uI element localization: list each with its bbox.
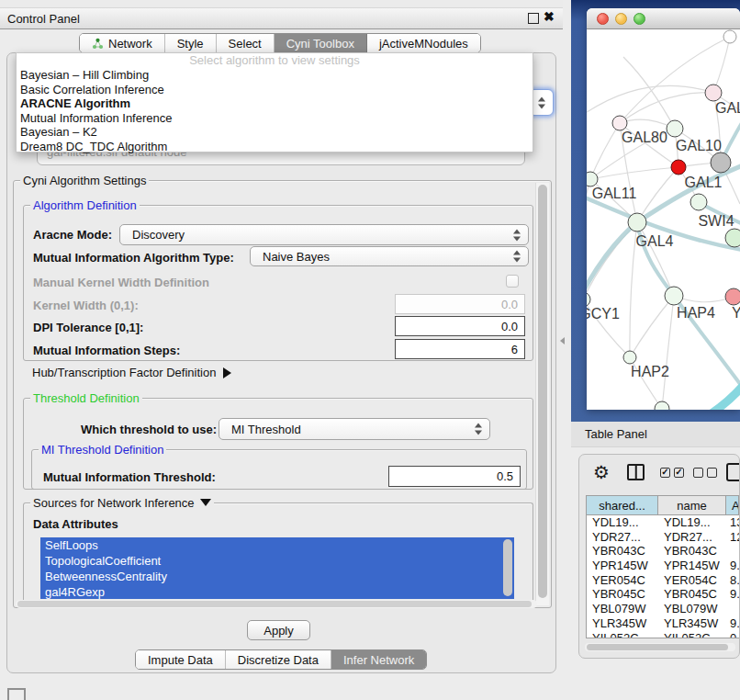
dpi-tolerance-field[interactable]: 0.0 xyxy=(395,316,525,336)
network-canvas[interactable]: GALGAL80GAL10GAL1GAL11SWI4GAL4GCY1HAP4YH… xyxy=(587,29,740,410)
minimized-panel-icon[interactable] xyxy=(7,688,26,700)
panel-title: Control Panel xyxy=(7,12,80,26)
tab-network[interactable]: Network xyxy=(80,34,165,52)
table-row[interactable]: YLR345WYLR345W9. xyxy=(587,616,739,631)
network-icon xyxy=(92,38,104,50)
table-row[interactable]: YDR27...YDR27...12 xyxy=(587,530,739,545)
tab-label: jActiveMNodules xyxy=(379,37,468,51)
tab-label: Style xyxy=(177,37,204,51)
network-node[interactable] xyxy=(723,30,736,43)
network-node[interactable] xyxy=(665,287,683,305)
table-row[interactable]: YBR043CYBR043C xyxy=(587,544,739,559)
settings-horizontal-scrollbar[interactable] xyxy=(16,600,537,608)
manual-kernel-label: Manual Kernel Width Definition xyxy=(33,276,209,289)
table-horizontal-scrollbar[interactable] xyxy=(585,643,735,651)
scrollbar-thumb[interactable] xyxy=(587,644,728,650)
close-traffic-light-icon[interactable] xyxy=(597,13,609,25)
select-all-checkbox-icon[interactable]: ✓ xyxy=(674,468,684,478)
document-icon[interactable] xyxy=(726,463,740,481)
network-node[interactable] xyxy=(667,120,683,137)
which-threshold-label: Which threshold to use: xyxy=(81,423,217,436)
float-window-icon[interactable] xyxy=(528,13,539,24)
column-header-clipped[interactable]: A xyxy=(726,496,739,514)
deselect-all-checkbox-icon[interactable] xyxy=(707,468,717,478)
table-cell: YBR043C xyxy=(587,544,658,559)
gear-icon[interactable]: ⚙ xyxy=(593,461,610,483)
settings-vertical-scrollbar[interactable] xyxy=(535,183,549,605)
data-attributes-list[interactable]: SelfLoopsTopologicalCoefficientBetweenne… xyxy=(40,537,514,599)
network-node[interactable] xyxy=(711,152,731,173)
network-node[interactable] xyxy=(725,229,740,247)
algorithm-dropdown-list: Bayesian – Hill ClimbingBasic Correlatio… xyxy=(17,68,533,153)
network-node[interactable] xyxy=(690,194,707,210)
table-cell: YLR345W xyxy=(587,616,658,631)
network-node-label: SWI4 xyxy=(698,213,734,229)
dpi-tolerance-label: DPI Tolerance [0,1]: xyxy=(33,321,143,334)
column-header-name[interactable]: name xyxy=(658,496,726,514)
algorithm-option[interactable]: ARACNE Algorithm xyxy=(17,96,533,111)
algorithm-option[interactable]: Mutual Information Inference xyxy=(17,111,533,126)
algorithm-option[interactable]: Dream8 DC_TDC Algorithm xyxy=(17,140,533,154)
columns-icon[interactable] xyxy=(627,464,645,480)
network-window-titlebar[interactable] xyxy=(587,8,740,29)
list-scrollbar-thumb[interactable] xyxy=(503,539,512,596)
tab-infer-network[interactable]: Infer Network xyxy=(331,650,426,669)
mi-steps-field[interactable]: 6 xyxy=(395,339,525,359)
table-cell: 9. xyxy=(726,616,739,631)
scrollbar-thumb[interactable] xyxy=(17,601,532,607)
apply-button[interactable]: Apply xyxy=(247,620,310,640)
network-node[interactable] xyxy=(671,160,686,175)
panel-divider-handle[interactable] xyxy=(560,337,565,344)
table-row[interactable]: YPR145WYPR145W9. xyxy=(587,559,739,573)
tab-impute-data[interactable]: Impute Data xyxy=(136,650,226,669)
network-node[interactable] xyxy=(655,401,669,410)
algorithm-option[interactable]: Basic Correlation Inference xyxy=(17,83,533,97)
deselect-all-checkbox-icon[interactable] xyxy=(693,468,703,478)
network-node-label: GCY1 xyxy=(587,306,620,322)
tab-style[interactable]: Style xyxy=(165,34,217,52)
attribute-item[interactable]: SelfLoops xyxy=(40,537,514,553)
table-row[interactable]: YBL079WYBL079W xyxy=(587,602,739,616)
algorithm-option[interactable]: Bayesian – Hill Climbing xyxy=(17,68,533,83)
kernel-width-label: Kernel Width (0,1): xyxy=(33,299,139,312)
network-node-label: HAP2 xyxy=(631,364,669,379)
network-node[interactable] xyxy=(628,213,646,231)
tab-label: Impute Data xyxy=(148,653,213,667)
tab-cyni-toolbox[interactable]: Cyni Toolbox xyxy=(275,34,367,52)
mi-threshold-field[interactable]: 0.5 xyxy=(388,466,521,487)
table-row[interactable]: YDL19...YDL19...13 xyxy=(587,515,739,530)
network-node[interactable] xyxy=(623,351,636,364)
tab-jactivemnodules[interactable]: jActiveMNodules xyxy=(367,34,480,52)
which-threshold-combo[interactable]: MI Threshold xyxy=(219,418,490,440)
tab-discretize-data[interactable]: Discretize Data xyxy=(226,650,331,669)
select-all-checkbox-icon[interactable]: ✓ xyxy=(660,468,670,478)
network-node[interactable] xyxy=(705,85,722,101)
table-cell: YDR27... xyxy=(587,530,658,545)
close-icon[interactable]: ✖ xyxy=(544,9,555,24)
algorithm-option[interactable]: Bayesian – K2 xyxy=(17,125,533,140)
column-header-shared[interactable]: shared... xyxy=(587,496,658,514)
network-node[interactable] xyxy=(612,116,627,130)
node-table[interactable]: shared... name A YDL19...YDL19...13YDR27… xyxy=(586,495,740,638)
table-row[interactable]: YIL052CYIL052C0. xyxy=(587,631,739,639)
attribute-item[interactable]: gal4RGexp xyxy=(40,584,514,599)
minimize-traffic-light-icon[interactable] xyxy=(615,13,627,25)
table-row[interactable]: YER054CYER054C8. xyxy=(587,573,739,588)
tab-select[interactable]: Select xyxy=(217,34,275,52)
network-node[interactable] xyxy=(587,292,590,307)
hub-definition-toggle[interactable]: Hub/Transcription Factor Definition xyxy=(32,366,231,379)
manual-kernel-checkbox[interactable] xyxy=(506,275,519,288)
sources-group-title[interactable]: Sources for Network Inference xyxy=(30,496,214,510)
scrollbar-thumb[interactable] xyxy=(538,185,547,598)
attribute-item[interactable]: TopologicalCoefficient xyxy=(40,553,514,569)
network-node[interactable] xyxy=(725,288,740,305)
threshold-definition-group: Threshold Definition Which threshold to … xyxy=(23,398,533,490)
attribute-item[interactable]: BetweennessCentrality xyxy=(40,569,514,584)
aracne-mode-value: Discovery xyxy=(132,228,185,242)
table-row[interactable]: YBR045CYBR045C9. xyxy=(587,587,739,602)
network-node[interactable] xyxy=(587,172,598,186)
zoom-traffic-light-icon[interactable] xyxy=(633,13,645,25)
table-cell xyxy=(726,602,739,616)
mi-type-combo[interactable]: Naive Bayes xyxy=(250,246,529,266)
aracne-mode-combo[interactable]: Discovery xyxy=(119,224,529,245)
